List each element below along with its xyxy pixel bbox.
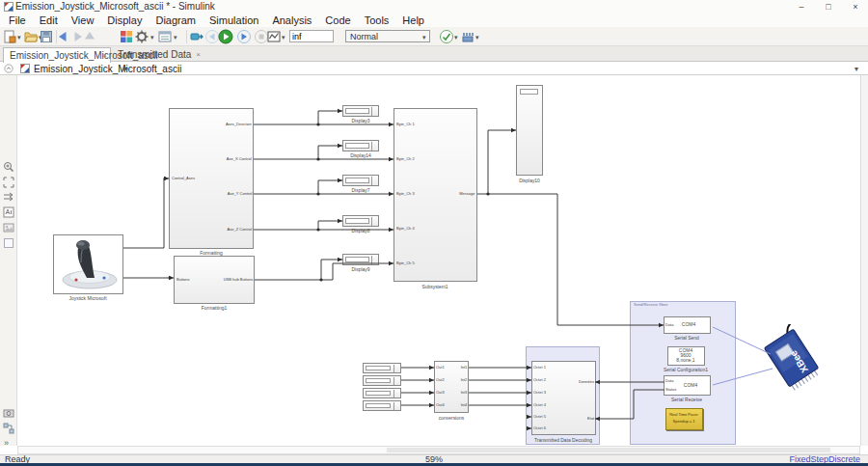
joystick-block[interactable]: Axes Buttons — [53, 234, 123, 294]
window-title: Emission_Joystick_Microsoft_ascii * - Si… — [15, 1, 215, 12]
menu-simulation[interactable]: Simulation — [203, 14, 265, 27]
bottom-display-1[interactable] — [363, 363, 401, 373]
build-icon[interactable] — [460, 29, 475, 44]
build-caret-icon[interactable]: ▾ — [475, 34, 479, 41]
model-icon — [20, 64, 30, 73]
tab-emission-joystick[interactable]: Emission_Joystick_Microsoft_ascii × — [3, 47, 111, 63]
display-caret-icon[interactable]: ▾ — [282, 34, 285, 41]
pacer-line2: Speedup = 1 — [655, 420, 713, 424]
serial-send-block[interactable] — [664, 316, 711, 334]
display14-block[interactable] — [342, 140, 379, 151]
model-config-icon[interactable] — [157, 29, 173, 44]
close-button[interactable]: × — [845, 0, 866, 14]
scrollbar-thumb[interactable] — [387, 448, 830, 452]
subsystem1-block[interactable] — [393, 108, 477, 282]
config-caret-icon[interactable]: ▾ — [174, 34, 177, 41]
tab-close-icon[interactable]: × — [102, 48, 107, 63]
menu-tools[interactable]: Tools — [358, 14, 396, 27]
display9-block[interactable] — [342, 254, 379, 265]
update-diagram-check-icon[interactable] — [439, 29, 454, 44]
display3-block[interactable] — [342, 105, 379, 117]
bottom-display-3[interactable] — [363, 388, 401, 398]
area-icon[interactable] — [3, 237, 14, 249]
menu-bar: File Edit View Display Diagram Simulatio… — [0, 14, 868, 27]
serial-config-block[interactable] — [667, 346, 705, 366]
run-icon[interactable] — [218, 29, 233, 44]
simulation-mode-select[interactable]: Normal — [345, 30, 430, 42]
snapshot-icon[interactable] — [3, 407, 14, 419]
bottom-display-4[interactable] — [363, 400, 401, 411]
panel-collapse-icon[interactable]: ▾ — [854, 65, 858, 73]
breadcrumb[interactable]: Emission_Joystick_Microsoft_ascii — [34, 64, 181, 74]
route-signals-icon[interactable] — [3, 191, 14, 203]
mode-caret-icon[interactable]: ▾ — [422, 34, 426, 41]
left-tool-strip: » — [0, 75, 17, 446]
tab-close-icon[interactable]: × — [196, 47, 201, 62]
breadcrumb-bar: Emission_Joystick_Microsoft_ascii ▶ ▾ — [0, 62, 868, 75]
gear-caret-icon[interactable]: ▾ — [150, 34, 154, 41]
up-icon[interactable] — [82, 29, 97, 44]
open-icon[interactable] — [23, 29, 39, 44]
check-caret-icon[interactable]: ▾ — [454, 34, 458, 41]
new-model-caret-icon[interactable]: ▾ — [17, 34, 21, 41]
formatting-block[interactable] — [169, 108, 254, 249]
xbee-module-image[interactable]: XBee — [758, 324, 829, 396]
joystick-image — [54, 235, 122, 293]
display10-block[interactable] — [516, 85, 543, 176]
menu-analysis[interactable]: Analysis — [265, 14, 318, 27]
simulation-display-icon[interactable] — [266, 29, 282, 44]
settings-gear-icon[interactable] — [134, 29, 149, 44]
display7-block[interactable] — [342, 175, 379, 186]
image-annotation-icon[interactable] — [3, 222, 14, 233]
bottom-display-2[interactable] — [363, 375, 401, 386]
vertical-scrollbar[interactable] — [860, 75, 868, 446]
app-icon — [4, 2, 14, 12]
model-browser-icon[interactable] — [3, 423, 14, 434]
annotation-icon[interactable] — [3, 206, 14, 218]
simulink-window: Send/Receive Xbee Axes Buttons Joystick … — [0, 0, 868, 466]
decoder-block[interactable] — [531, 361, 596, 435]
connect-hardware-icon[interactable] — [189, 29, 204, 44]
save-disk-icon[interactable] — [39, 29, 54, 44]
minimize-button[interactable]: – — [791, 0, 812, 14]
menu-edit[interactable]: Edit — [33, 14, 65, 27]
expand-browser-icon[interactable]: » — [4, 438, 9, 448]
pacer-line1: Real Time Pacer — [655, 413, 713, 417]
stop-time-input[interactable] — [289, 30, 334, 42]
maximize-button[interactable]: □ — [818, 0, 839, 14]
tab-label: Emission_Joystick_Microsoft_ascii — [10, 48, 157, 63]
horizontal-scrollbar[interactable] — [17, 446, 860, 454]
title-bar: Emission_Joystick_Microsoft_ascii * - Si… — [0, 0, 868, 14]
conversions-block[interactable] — [434, 361, 469, 413]
menu-code[interactable]: Code — [318, 14, 357, 27]
menu-file[interactable]: File — [2, 14, 33, 27]
display8-block[interactable] — [342, 215, 379, 227]
new-model-icon[interactable] — [2, 29, 17, 44]
menu-diagram[interactable]: Diagram — [149, 14, 203, 27]
zoom-icon[interactable] — [3, 161, 14, 173]
menu-view[interactable]: View — [65, 14, 101, 27]
library-browser-icon[interactable] — [119, 29, 134, 44]
step-forward-icon[interactable] — [236, 29, 252, 44]
menu-help[interactable]: Help — [395, 14, 431, 27]
explorer-toggle-icon[interactable] — [4, 64, 14, 73]
formatting1-block[interactable] — [174, 256, 255, 304]
fit-to-view-icon[interactable] — [3, 177, 14, 188]
menu-display[interactable]: Display — [100, 14, 149, 27]
breadcrumb-arrow-icon: ▶ — [123, 65, 128, 72]
serial-receive-block[interactable] — [664, 375, 711, 396]
